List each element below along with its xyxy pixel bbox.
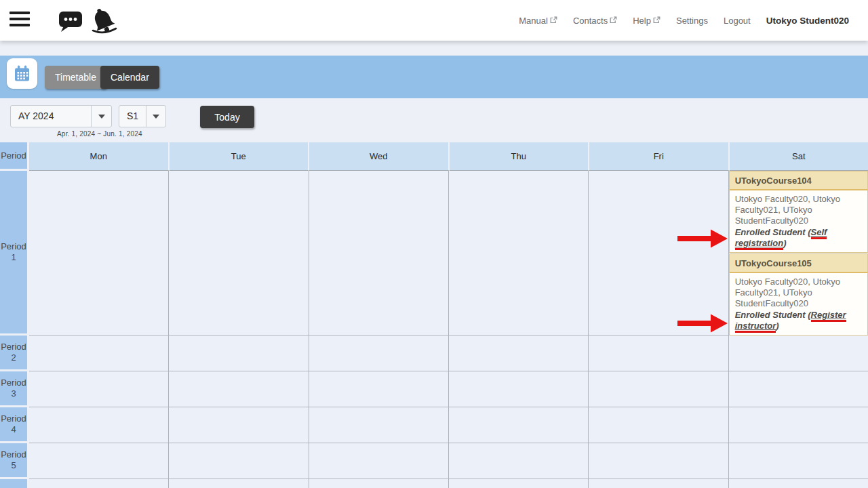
period-label-3: Period 3 bbox=[0, 371, 27, 407]
cell-wed-p5[interactable] bbox=[309, 443, 449, 479]
cell-thu-p4[interactable] bbox=[449, 407, 589, 443]
cell-sat-p6[interactable] bbox=[729, 479, 868, 488]
period-4-row: Period 4 bbox=[0, 407, 868, 443]
period-6-row-partial bbox=[0, 479, 868, 488]
day-header-sat: Sat bbox=[730, 142, 868, 171]
period-2-row: Period 2 bbox=[0, 336, 868, 371]
external-link-icon bbox=[653, 16, 660, 24]
nav-logout[interactable]: Logout bbox=[724, 16, 751, 26]
cell-wed-p4[interactable] bbox=[309, 407, 449, 443]
cell-thu-p3[interactable] bbox=[449, 371, 589, 407]
year-select[interactable]: AY 2024 bbox=[10, 105, 112, 127]
external-link-icon bbox=[550, 16, 557, 24]
cell-sat-p5[interactable] bbox=[729, 443, 868, 479]
caret-down-icon bbox=[91, 106, 111, 127]
cell-tue-p3[interactable] bbox=[169, 371, 309, 407]
cell-tue-p6[interactable] bbox=[169, 479, 309, 488]
course-details: Utokyo Faculty020, Utokyo Faculty021, UT… bbox=[730, 190, 867, 252]
cell-sat-p3[interactable] bbox=[729, 371, 868, 407]
filter-bar: AY 2024 S1 Apr. 1, 2024 ~ Jun. 1, 2024 T… bbox=[0, 98, 868, 142]
cell-wed-p6[interactable] bbox=[309, 479, 449, 488]
enrollment-status: Enrolled Student (Register instructor) bbox=[735, 310, 862, 331]
cell-wed-p1[interactable] bbox=[309, 171, 449, 336]
day-header-tue: Tue bbox=[170, 142, 310, 171]
cell-sat-p1: UTokyoCourse104 Utokyo Faculty020, Utoky… bbox=[729, 171, 868, 336]
external-link-icon bbox=[610, 16, 617, 24]
cell-thu-p6[interactable] bbox=[449, 479, 589, 488]
nav-contacts[interactable]: Contacts bbox=[573, 16, 617, 26]
cell-fri-p1[interactable] bbox=[589, 171, 728, 336]
period-label-5: Period 5 bbox=[0, 443, 27, 479]
notifications-icon[interactable] bbox=[87, 5, 119, 36]
period-5-row: Period 5 bbox=[0, 443, 868, 479]
today-button[interactable]: Today bbox=[200, 106, 254, 128]
day-header-row: Period Mon Tue Wed Thu Fri Sat bbox=[0, 142, 868, 171]
cell-tue-p5[interactable] bbox=[169, 443, 309, 479]
period-label-1: Period 1 bbox=[0, 171, 27, 336]
top-header: Manual Contacts Help Settings Lo bbox=[0, 0, 868, 41]
tab-calendar[interactable]: Calendar bbox=[100, 66, 159, 89]
course-title: UTokyoCourse104 bbox=[730, 171, 867, 190]
period-1-row: Period 1 UTokyoCourse104 Utokyo Faculty0… bbox=[0, 171, 868, 336]
timetable-grid: Period Mon Tue Wed Thu Fri Sat Period 1 … bbox=[0, 142, 868, 488]
nav-help[interactable]: Help bbox=[633, 16, 660, 26]
nav-manual[interactable]: Manual bbox=[519, 16, 557, 26]
cell-mon-p6[interactable] bbox=[29, 479, 169, 488]
cell-thu-p5[interactable] bbox=[449, 443, 589, 479]
enrollment-status: Enrolled Student (Self registration) bbox=[735, 227, 862, 249]
cell-sat-p4[interactable] bbox=[729, 407, 868, 443]
cell-mon-p1[interactable] bbox=[29, 171, 169, 336]
cell-sat-p2[interactable] bbox=[729, 336, 868, 371]
nav-settings[interactable]: Settings bbox=[676, 16, 708, 26]
menu-icon[interactable] bbox=[9, 12, 30, 29]
cell-mon-p5[interactable] bbox=[29, 443, 169, 479]
term-select[interactable]: S1 bbox=[119, 105, 166, 127]
date-range: Apr. 1, 2024 ~ Jun. 1, 2024 bbox=[57, 130, 142, 138]
cell-wed-p2[interactable] bbox=[309, 336, 449, 371]
timetable-toolbar: Timetable Calendar bbox=[0, 56, 868, 98]
course-instructors: Utokyo Faculty020, Utokyo Faculty021, UT… bbox=[735, 277, 862, 309]
year-select-value: AY 2024 bbox=[11, 106, 91, 127]
course-details: Utokyo Faculty020, Utokyo Faculty021, UT… bbox=[730, 273, 867, 335]
course-card-utokyocourse104[interactable]: UTokyoCourse104 Utokyo Faculty020, Utoky… bbox=[729, 171, 868, 253]
day-header-wed: Wed bbox=[309, 142, 450, 171]
cell-mon-p2[interactable] bbox=[29, 336, 169, 371]
period-3-row: Period 3 bbox=[0, 371, 868, 407]
annotation-arrow-2 bbox=[677, 313, 728, 333]
period-label-6 bbox=[0, 479, 27, 488]
period-label-2: Period 2 bbox=[0, 336, 27, 371]
cell-fri-p2[interactable] bbox=[589, 336, 728, 371]
cell-mon-p4[interactable] bbox=[29, 407, 169, 443]
annotation-arrow-1 bbox=[677, 228, 728, 249]
cell-tue-p2[interactable] bbox=[169, 336, 309, 371]
messages-icon[interactable] bbox=[58, 9, 83, 33]
caret-down-icon bbox=[146, 106, 165, 127]
cell-fri-p6[interactable] bbox=[589, 479, 728, 488]
term-select-value: S1 bbox=[119, 106, 146, 127]
cell-mon-p3[interactable] bbox=[29, 371, 169, 407]
top-nav: Manual Contacts Help Settings Lo bbox=[519, 0, 849, 41]
cell-tue-p4[interactable] bbox=[169, 407, 309, 443]
day-header-fri: Fri bbox=[589, 142, 730, 171]
user-name: Utokyo Student020 bbox=[766, 16, 849, 26]
day-header-mon: Mon bbox=[29, 142, 170, 171]
cell-thu-p1[interactable] bbox=[449, 171, 589, 336]
cell-fri-p5[interactable] bbox=[589, 443, 728, 479]
calendar-icon bbox=[7, 58, 37, 89]
cell-fri-p4[interactable] bbox=[589, 407, 728, 443]
tab-timetable[interactable]: Timetable bbox=[45, 66, 106, 89]
day-header-thu: Thu bbox=[450, 142, 590, 171]
cell-wed-p3[interactable] bbox=[309, 371, 449, 407]
period-column-header: Period bbox=[0, 142, 27, 171]
period-label-4: Period 4 bbox=[0, 407, 27, 443]
course-title: UTokyoCourse105 bbox=[730, 254, 867, 273]
cell-fri-p3[interactable] bbox=[589, 371, 728, 407]
course-card-utokyocourse105[interactable]: UTokyoCourse105 Utokyo Faculty020, Utoky… bbox=[729, 253, 868, 336]
course-instructors: Utokyo Faculty020, Utokyo Faculty021, UT… bbox=[735, 194, 862, 226]
cell-thu-p2[interactable] bbox=[449, 336, 589, 371]
cell-tue-p1[interactable] bbox=[169, 171, 309, 336]
